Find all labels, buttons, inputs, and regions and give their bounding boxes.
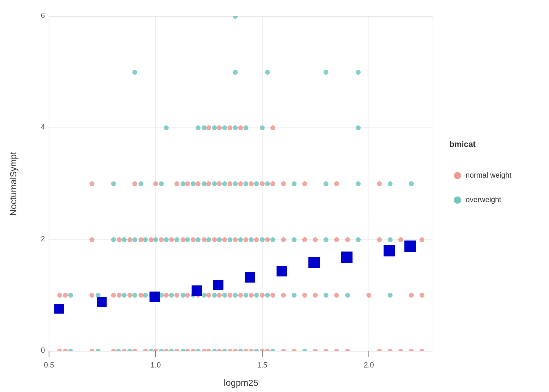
legend-icon-normal-weight <box>454 172 461 179</box>
point <box>243 125 248 130</box>
point <box>377 237 382 242</box>
point <box>159 181 164 186</box>
point <box>324 237 328 242</box>
trend-square <box>97 297 107 307</box>
point <box>138 237 143 242</box>
point <box>238 181 243 186</box>
point <box>174 293 179 298</box>
point <box>324 70 328 75</box>
y-tick-4: 4 <box>41 123 45 131</box>
point <box>260 181 265 186</box>
point <box>149 237 154 242</box>
point <box>265 237 270 242</box>
point <box>222 237 227 242</box>
point <box>212 237 217 242</box>
point <box>254 293 259 298</box>
point <box>191 181 196 186</box>
point <box>202 181 207 186</box>
point <box>388 237 393 242</box>
point <box>206 237 211 242</box>
point <box>127 237 132 242</box>
point <box>420 237 424 242</box>
point <box>260 293 265 298</box>
point <box>181 237 185 242</box>
point <box>159 237 164 242</box>
point <box>302 293 307 298</box>
point <box>345 237 350 242</box>
point <box>122 293 127 298</box>
point <box>356 237 361 242</box>
point <box>233 125 238 130</box>
point <box>292 293 297 298</box>
point <box>265 293 270 298</box>
point <box>243 237 248 242</box>
point <box>185 237 190 242</box>
point <box>356 70 361 75</box>
point <box>334 181 339 186</box>
point <box>420 293 424 298</box>
point <box>169 237 174 242</box>
point <box>222 181 227 186</box>
point <box>270 125 275 130</box>
point <box>217 125 222 130</box>
point <box>409 181 414 186</box>
point <box>117 237 122 242</box>
point <box>366 293 371 298</box>
point <box>212 293 217 298</box>
point <box>243 293 248 298</box>
point <box>202 237 207 242</box>
point <box>356 125 361 130</box>
point <box>191 237 196 242</box>
y-tick-0: 0 <box>41 346 45 354</box>
x-tick-05: 0.5 <box>44 361 54 369</box>
point <box>111 293 116 298</box>
point <box>302 181 307 186</box>
x-tick-15: 1.5 <box>257 361 267 369</box>
point <box>181 181 185 186</box>
point <box>270 293 275 298</box>
point <box>202 293 207 298</box>
point <box>260 125 265 130</box>
point <box>281 237 286 242</box>
point <box>202 125 207 130</box>
point <box>292 237 297 242</box>
point <box>238 237 243 242</box>
legend-label-normal-weight: normal weight <box>466 171 511 179</box>
point <box>324 293 328 298</box>
trend-square <box>404 241 416 252</box>
point <box>153 181 158 186</box>
point <box>206 181 211 186</box>
point <box>302 237 307 242</box>
point <box>265 70 270 75</box>
point <box>249 181 254 186</box>
point <box>233 293 238 298</box>
point <box>222 293 227 298</box>
point <box>356 181 361 186</box>
point <box>249 293 254 298</box>
y-tick-6: 6 <box>41 11 45 20</box>
point <box>409 293 414 298</box>
point <box>233 181 238 186</box>
point <box>89 293 94 298</box>
point <box>174 237 179 242</box>
point <box>254 237 259 242</box>
point <box>132 181 137 186</box>
point <box>233 70 238 75</box>
trend-square <box>384 245 395 256</box>
point <box>143 237 148 242</box>
point <box>217 293 222 298</box>
point <box>132 293 137 298</box>
y-tick-2: 2 <box>41 235 45 243</box>
trend-square <box>341 252 353 263</box>
point <box>185 293 190 298</box>
point <box>313 237 318 242</box>
trend-square <box>308 257 320 268</box>
x-tick-20: 2.0 <box>364 361 374 369</box>
point <box>388 293 393 298</box>
point <box>132 237 137 242</box>
point <box>270 181 275 186</box>
point <box>153 237 158 242</box>
point <box>345 293 350 298</box>
point <box>164 125 169 130</box>
point <box>63 293 68 298</box>
